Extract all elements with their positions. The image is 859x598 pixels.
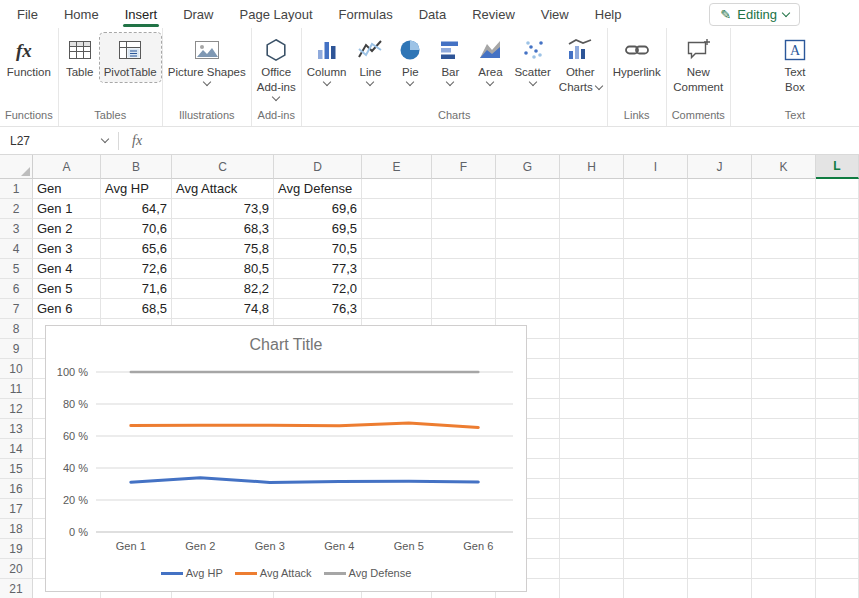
cell-A3[interactable]: Gen 2 <box>33 219 101 239</box>
cell-B1[interactable]: Avg HP <box>101 179 172 199</box>
cell-J7[interactable] <box>688 299 752 319</box>
cell-D5[interactable]: 77,3 <box>274 259 362 279</box>
cell-L21[interactable] <box>816 579 859 598</box>
dropdown-area[interactable] <box>530 82 536 91</box>
cell-L19[interactable] <box>816 539 859 559</box>
cell-I7[interactable] <box>624 299 688 319</box>
cell-C4[interactable]: 75,8 <box>172 239 274 259</box>
dropdown-area[interactable] <box>204 82 210 91</box>
column-header-G[interactable]: G <box>496 155 560 179</box>
cell-J9[interactable] <box>688 339 752 359</box>
cell-H20[interactable] <box>560 559 624 579</box>
cell-E4[interactable] <box>362 239 432 259</box>
column-header-D[interactable]: D <box>274 155 362 179</box>
cell-I10[interactable] <box>624 359 688 379</box>
cell-A2[interactable]: Gen 1 <box>33 199 101 219</box>
cell-K10[interactable] <box>752 359 816 379</box>
cell-L14[interactable] <box>816 439 859 459</box>
cell-G1[interactable] <box>496 179 560 199</box>
cell-H19[interactable] <box>560 539 624 559</box>
cell-F1[interactable] <box>432 179 496 199</box>
cell-D3[interactable]: 69,5 <box>274 219 362 239</box>
cell-J4[interactable] <box>688 239 752 259</box>
row-header-1[interactable]: 1 <box>0 179 33 199</box>
cell-J16[interactable] <box>688 479 752 499</box>
column-header-E[interactable]: E <box>362 155 432 179</box>
cell-L16[interactable] <box>816 479 859 499</box>
cell-K19[interactable] <box>752 539 816 559</box>
cell-B7[interactable]: 68,5 <box>101 299 172 319</box>
cell-I3[interactable] <box>624 219 688 239</box>
editing-mode-button[interactable]: ✎ Editing <box>709 3 800 26</box>
cell-A1[interactable]: Gen <box>33 179 101 199</box>
column-header-J[interactable]: J <box>688 155 752 179</box>
cell-G4[interactable] <box>496 239 560 259</box>
cell-B5[interactable]: 72,6 <box>101 259 172 279</box>
row-header-6[interactable]: 6 <box>0 279 33 299</box>
cell-I16[interactable] <box>624 479 688 499</box>
row-header-16[interactable]: 16 <box>0 479 33 499</box>
fx-icon[interactable]: fx <box>119 133 155 149</box>
cell-J14[interactable] <box>688 439 752 459</box>
cell-E7[interactable] <box>362 299 432 319</box>
cell-I8[interactable] <box>624 319 688 339</box>
cell-H11[interactable] <box>560 379 624 399</box>
cell-I6[interactable] <box>624 279 688 299</box>
menu-tab-draw[interactable]: Draw <box>170 2 226 27</box>
cell-G3[interactable] <box>496 219 560 239</box>
cell-H13[interactable] <box>560 419 624 439</box>
row-header-17[interactable]: 17 <box>0 499 33 519</box>
cell-H17[interactable] <box>560 499 624 519</box>
column-header-A[interactable]: A <box>33 155 101 179</box>
cell-I2[interactable] <box>624 199 688 219</box>
table-button[interactable]: Table <box>60 33 100 82</box>
menu-tab-home[interactable]: Home <box>51 2 112 27</box>
cell-J6[interactable] <box>688 279 752 299</box>
cell-F4[interactable] <box>432 239 496 259</box>
dropdown-area[interactable] <box>324 82 330 91</box>
dropdown-area[interactable] <box>447 82 453 91</box>
cell-J11[interactable] <box>688 379 752 399</box>
cell-E1[interactable] <box>362 179 432 199</box>
cell-C3[interactable]: 68,3 <box>172 219 274 239</box>
cell-J2[interactable] <box>688 199 752 219</box>
cell-J15[interactable] <box>688 459 752 479</box>
cell-B6[interactable]: 71,6 <box>101 279 172 299</box>
menu-tab-help[interactable]: Help <box>582 2 635 27</box>
cell-L17[interactable] <box>816 499 859 519</box>
text-box-button[interactable]: ATextBox <box>775 33 815 97</box>
cell-B4[interactable]: 65,6 <box>101 239 172 259</box>
cell-F3[interactable] <box>432 219 496 239</box>
formula-input[interactable] <box>155 127 859 154</box>
cell-J17[interactable] <box>688 499 752 519</box>
cell-J10[interactable] <box>688 359 752 379</box>
cell-H15[interactable] <box>560 459 624 479</box>
cell-G7[interactable] <box>496 299 560 319</box>
cell-F7[interactable] <box>432 299 496 319</box>
cell-I4[interactable] <box>624 239 688 259</box>
cell-H2[interactable] <box>560 199 624 219</box>
cell-C5[interactable]: 80,5 <box>172 259 274 279</box>
row-header-21[interactable]: 21 <box>0 579 33 598</box>
cell-I9[interactable] <box>624 339 688 359</box>
menu-tab-insert[interactable]: Insert <box>112 2 171 27</box>
cell-I13[interactable] <box>624 419 688 439</box>
cell-H16[interactable] <box>560 479 624 499</box>
column-header-I[interactable]: I <box>624 155 688 179</box>
cell-E6[interactable] <box>362 279 432 299</box>
cell-G5[interactable] <box>496 259 560 279</box>
cell-C1[interactable]: Avg Attack <box>172 179 274 199</box>
row-header-12[interactable]: 12 <box>0 399 33 419</box>
row-header-8[interactable]: 8 <box>0 319 33 339</box>
row-header-14[interactable]: 14 <box>0 439 33 459</box>
cell-I14[interactable] <box>624 439 688 459</box>
cell-G2[interactable] <box>496 199 560 219</box>
cell-L11[interactable] <box>816 379 859 399</box>
function-button[interactable]: fxFunction <box>3 33 55 82</box>
cell-F6[interactable] <box>432 279 496 299</box>
cell-J3[interactable] <box>688 219 752 239</box>
row-header-2[interactable]: 2 <box>0 199 33 219</box>
cell-H6[interactable] <box>560 279 624 299</box>
cell-J8[interactable] <box>688 319 752 339</box>
cell-K7[interactable] <box>752 299 816 319</box>
